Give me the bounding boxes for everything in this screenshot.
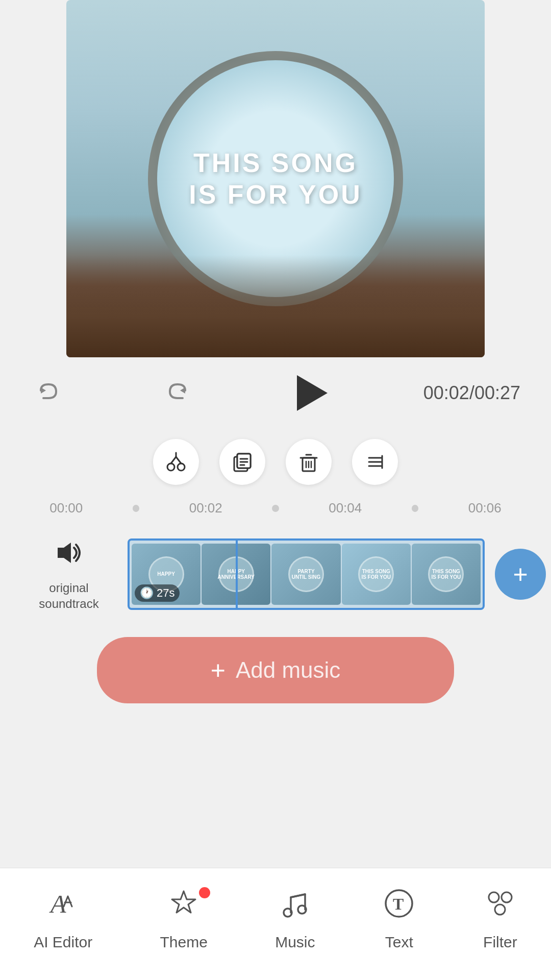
theme-notification-badge bbox=[199, 887, 210, 898]
svg-marker-1 bbox=[180, 387, 185, 394]
add-track-button[interactable]: + bbox=[495, 549, 546, 600]
bottom-nav: A AI Editor Theme Music bbox=[0, 868, 551, 980]
ruler-dot-1 bbox=[272, 505, 279, 512]
time-display: 00:02/00:27 bbox=[423, 382, 520, 404]
svg-point-2 bbox=[167, 463, 174, 471]
add-music-area: + Add music bbox=[0, 627, 551, 719]
svg-text:T: T bbox=[393, 895, 404, 913]
svg-point-33 bbox=[502, 892, 512, 902]
nav-label-filter: Filter bbox=[483, 934, 517, 951]
trees-overlay bbox=[66, 255, 485, 357]
svg-text:A: A bbox=[49, 890, 66, 918]
redo-button[interactable] bbox=[160, 375, 195, 411]
thumb-4: THIS SONG IS FOR YOU bbox=[342, 544, 411, 605]
track-thumbnails: HAPPY 🕐 27s HAPPY ANNIVERSARY PARTY UNTI… bbox=[130, 541, 483, 608]
svg-line-5 bbox=[176, 457, 181, 463]
svg-marker-0 bbox=[41, 387, 46, 394]
song-title: THIS SONG IS FOR YOU bbox=[189, 147, 362, 211]
undo-button[interactable] bbox=[31, 375, 66, 411]
theme-icon bbox=[167, 887, 201, 927]
playhead-line bbox=[236, 538, 238, 610]
svg-marker-26 bbox=[172, 891, 195, 913]
thumb-3: PARTY UNTIL SING bbox=[271, 544, 340, 605]
nav-label-text: Text bbox=[385, 934, 413, 951]
track-label: original soundtrack bbox=[20, 536, 117, 611]
list-button[interactable] bbox=[352, 439, 398, 485]
svg-line-4 bbox=[171, 457, 176, 463]
cut-button[interactable] bbox=[153, 439, 199, 485]
duration-badge: 🕐 27s bbox=[135, 584, 180, 602]
nav-label-music: Music bbox=[275, 934, 315, 951]
svg-line-29 bbox=[291, 894, 305, 897]
nav-item-text[interactable]: T Text bbox=[383, 887, 416, 951]
track-label-text: original soundtrack bbox=[20, 580, 117, 611]
ruler-mark-1: 00:02 bbox=[170, 500, 241, 516]
video-background: THIS SONG IS FOR YOU bbox=[66, 0, 485, 357]
music-icon bbox=[279, 887, 312, 927]
controls-bar: 00:02/00:27 bbox=[0, 357, 551, 429]
speaker-icon bbox=[53, 536, 85, 576]
nav-item-theme[interactable]: Theme bbox=[160, 887, 208, 951]
svg-point-3 bbox=[178, 463, 185, 471]
svg-point-34 bbox=[495, 904, 505, 915]
video-preview: THIS SONG IS FOR YOU bbox=[66, 0, 485, 357]
play-icon bbox=[297, 375, 328, 411]
ruler-mark-3: 00:06 bbox=[449, 500, 520, 516]
add-music-plus-icon: + bbox=[211, 655, 226, 685]
nav-label-theme: Theme bbox=[160, 934, 208, 951]
thumb-1: HAPPY 🕐 27s bbox=[132, 544, 201, 605]
ruler-mark-0: 00:00 bbox=[31, 500, 102, 516]
ruler-dot-0 bbox=[133, 505, 140, 512]
timeline-ruler: 00:00 00:02 00:04 00:06 bbox=[0, 495, 551, 521]
nav-item-filter[interactable]: Filter bbox=[483, 887, 517, 951]
text-icon: T bbox=[383, 887, 416, 927]
add-music-label: Add music bbox=[236, 657, 340, 683]
svg-point-32 bbox=[489, 892, 499, 902]
ruler-mark-2: 00:04 bbox=[310, 500, 381, 516]
svg-marker-23 bbox=[58, 543, 71, 563]
add-music-button[interactable]: + Add music bbox=[97, 637, 454, 703]
nav-item-music[interactable]: Music bbox=[275, 887, 315, 951]
nav-item-ai-editor[interactable]: A AI Editor bbox=[34, 887, 92, 951]
ai-editor-icon: A bbox=[46, 887, 80, 927]
svg-rect-9 bbox=[237, 454, 251, 468]
ruler-dot-2 bbox=[412, 505, 419, 512]
copy-button[interactable] bbox=[219, 439, 265, 485]
play-button[interactable] bbox=[289, 373, 330, 413]
add-track-icon: + bbox=[513, 559, 528, 589]
filter-icon bbox=[484, 887, 517, 927]
timeline-area: original soundtrack HAPPY 🕐 27s HAPPY AN… bbox=[0, 521, 551, 627]
track-strip[interactable]: HAPPY 🕐 27s HAPPY ANNIVERSARY PARTY UNTI… bbox=[128, 538, 485, 610]
edit-tools bbox=[0, 429, 551, 495]
nav-label-ai-editor: AI Editor bbox=[34, 934, 92, 951]
delete-button[interactable] bbox=[286, 439, 332, 485]
thumb-5: THIS SONG IS FOR YOU bbox=[412, 544, 481, 605]
